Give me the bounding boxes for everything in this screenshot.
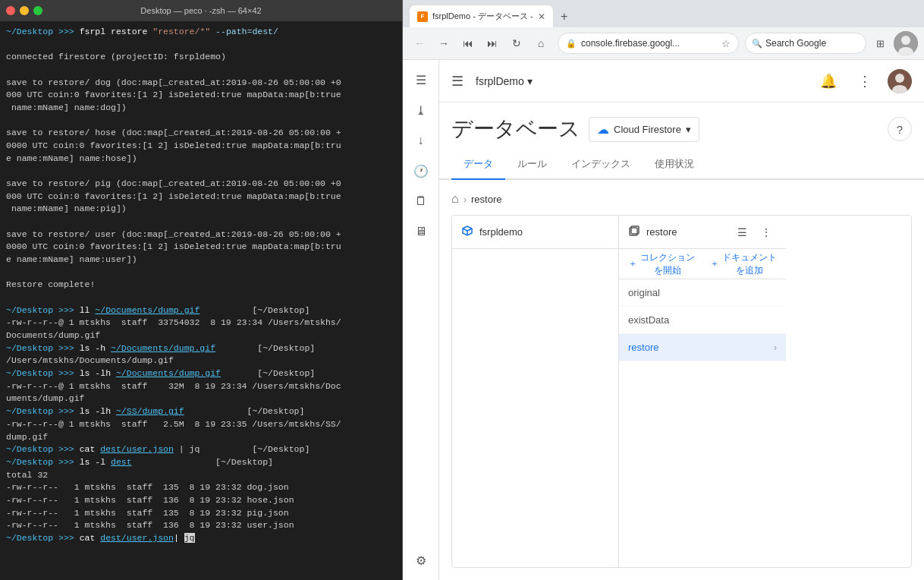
panel-project: fsrpldemo [452,216,619,567]
tab-favicon: F [417,11,428,22]
add-document-button[interactable]: ＋ ドキュメントを追加 [710,251,777,277]
cloud-icon: ☁ [597,122,609,137]
firestore-panels: fsrpldemo restore ☰ ⋮ [451,215,912,568]
close-traffic-light[interactable] [6,6,15,15]
firebase-app: ☰ ⤓ ↓ 🕐 🗒 🖥 ⚙ ☰ fsrplDemo ▾ 🔔 ⋮ [403,60,924,580]
tab-indexes[interactable]: インデックス [559,150,643,180]
firebase-left-sidebar: ☰ ⤓ ↓ 🕐 🗒 🖥 ⚙ [403,60,439,580]
hamburger-icon[interactable]: ☰ [451,73,464,90]
browser-chrome: F fsrplDemo - データベース - ✕ + ← → ⏮ ⏭ ↻ ⌂ 🔒… [403,0,924,60]
back-button[interactable]: ← [409,33,430,54]
add-collection-plus: ＋ [628,257,637,270]
forward-button[interactable]: → [433,33,454,54]
tab-rules[interactable]: ルール [505,150,559,180]
lock-icon: 🔒 [566,39,577,49]
terminal-title: Desktop — peco · -zsh — 64×42 [140,6,261,15]
panel-item-label-restore: restore [628,342,658,353]
sidebar-icon-file[interactable]: 🗒 [407,188,435,215]
firebase-page-header: データベース ☁ Cloud Firestore ▾ ? [439,102,924,143]
minimize-traffic-light[interactable] [20,6,29,15]
search-icon: 🔍 [752,39,762,49]
more-vert-button[interactable]: ⋮ [851,68,878,95]
add-collection-label: コレクションを開始 [640,251,695,277]
breadcrumb: ⌂ › restore [451,192,912,206]
panel-item-original[interactable]: original [619,279,786,307]
skip-forward-button[interactable]: ⏭ [482,33,503,54]
panel-project-header: fsrpldemo [452,216,618,249]
sidebar-icon-bookmark[interactable]: ⤓ [407,96,435,124]
sidebar-icon-clock[interactable]: 🕐 [407,157,435,184]
svg-point-4 [895,74,904,83]
page-title: データベース [451,115,580,143]
search-bar[interactable]: 🔍 Search Google [745,33,866,54]
cloud-firestore-chevron: ▾ [686,124,691,135]
home-button[interactable]: ⌂ [530,33,552,54]
cloud-firestore-button[interactable]: ☁ Cloud Firestore ▾ [589,117,699,142]
help-button[interactable]: ? [888,117,912,141]
panel-restore-title: restore [646,226,725,238]
search-label: Search Google [765,38,826,49]
browser-toolbar: ← → ⏮ ⏭ ↻ ⌂ 🔒 console.firebase.googl... … [403,27,924,59]
panel-restore-items: originalexistDatarestore› [619,279,786,567]
panel-restore-header: restore ☰ ⋮ [619,216,786,249]
tab-close-button[interactable]: ✕ [538,11,545,22]
project-name-label: fsrplDemo [476,75,524,87]
add-document-label: ドキュメントを追加 [722,251,777,277]
sidebar-icon-menu[interactable]: ☰ [407,66,435,93]
panel-restore-actions: ☰ ⋮ [731,222,777,243]
project-dropdown-icon[interactable]: ▾ [527,75,533,87]
panel-project-title: fsrpldemo [479,226,609,238]
browser-tab[interactable]: F fsrplDemo - データベース - ✕ [409,5,554,27]
svg-point-1 [901,36,910,45]
panel-restore: restore ☰ ⋮ ＋ コレクションを開始 [619,216,786,567]
avatar[interactable] [894,31,918,55]
address-url: console.firebase.googl... [581,38,717,49]
firebase-tabs: データルールインデックス使用状況 [439,150,924,180]
sidebar-icon-settings[interactable]: ⚙ [407,547,435,574]
add-collection-button[interactable]: ＋ コレクションを開始 [628,251,695,277]
panel-item-label-existData: existData [628,314,669,326]
browser-panel: F fsrplDemo - データベース - ✕ + ← → ⏮ ⏭ ↻ ⌂ 🔒… [402,0,924,580]
add-document-plus: ＋ [710,257,719,270]
notifications-button[interactable]: 🔔 [815,68,842,95]
tab-bar: F fsrplDemo - データベース - ✕ + [403,0,924,27]
panel-restore-icon [628,225,640,240]
maximize-traffic-light[interactable] [33,6,42,15]
sidebar-icon-monitor[interactable]: 🖥 [407,218,435,245]
panel-project-icon [461,225,473,240]
new-tab-button[interactable]: + [554,6,575,27]
panel-item-existData[interactable]: existData [619,307,786,334]
panel-filter-button[interactable]: ☰ [731,222,753,243]
extensions-button[interactable]: ⊞ [869,33,891,54]
panel-item-restore[interactable]: restore› [619,334,786,361]
breadcrumb-restore[interactable]: restore [471,194,501,205]
terminal-panel: Desktop — peco · -zsh — 64×42 ~/Desktop … [0,0,402,580]
breadcrumb-separator: › [464,194,467,205]
breadcrumb-home-icon[interactable]: ⌂ [451,192,459,206]
panel-more-button[interactable]: ⋮ [756,222,777,243]
terminal-body[interactable]: ~/Desktop >>> fsrpl restore "restore/*" … [0,21,402,580]
user-avatar[interactable] [888,69,912,93]
firebase-header: ☰ fsrplDemo ▾ 🔔 ⋮ [439,60,924,102]
bookmark-icon[interactable]: ☆ [721,38,731,49]
address-bar[interactable]: 🔒 console.firebase.googl... ☆ [558,33,739,54]
firebase-main: ☰ fsrplDemo ▾ 🔔 ⋮ データベース ☁ Cloud Firesto… [439,60,924,580]
sidebar-icon-download[interactable]: ↓ [407,127,435,154]
firestore-content: ⌂ › restore fsrpldemo [439,180,924,580]
tab-data[interactable]: データ [451,150,505,180]
panel-add-bar: ＋ コレクションを開始 ＋ ドキュメントを追加 [619,249,786,279]
tab-usage[interactable]: 使用状況 [643,150,706,180]
refresh-button[interactable]: ↻ [506,33,527,54]
tab-favicon-letter: F [421,13,425,20]
cloud-firestore-label: Cloud Firestore [614,124,681,135]
tab-label: fsrplDemo - データベース - [432,11,533,22]
terminal-titlebar: Desktop — peco · -zsh — 64×42 [0,0,402,21]
skip-back-button[interactable]: ⏮ [457,33,479,54]
panel-item-label-original: original [628,287,660,298]
firebase-project-name[interactable]: fsrplDemo ▾ [476,75,533,87]
panel-item-chevron-restore: › [774,342,777,353]
